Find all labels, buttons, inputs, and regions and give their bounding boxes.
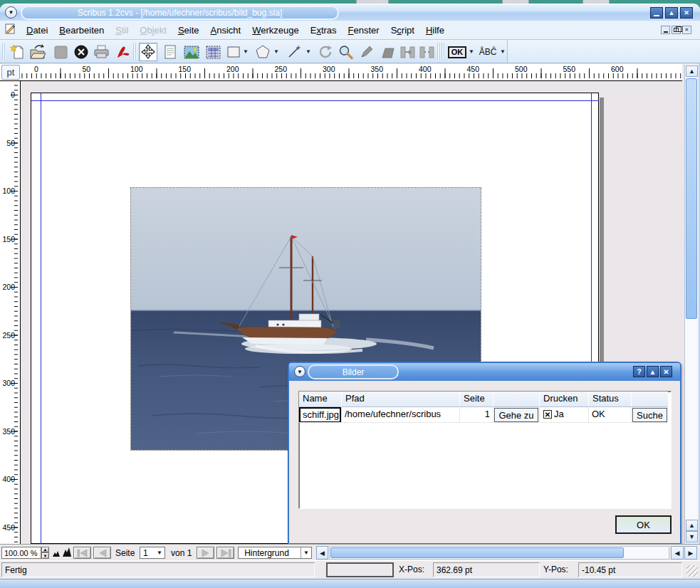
margin-guide-top xyxy=(31,100,599,101)
close-button[interactable]: ✕ xyxy=(680,7,693,19)
horizontal-scrollbar[interactable] xyxy=(329,546,669,560)
scroll-left-button[interactable]: ◀ xyxy=(316,546,328,560)
shape-dropdown-arrow[interactable]: ▼ xyxy=(243,48,249,55)
toolbar-handle[interactable] xyxy=(442,43,445,60)
bilder-dialog[interactable]: ▼ Bilder ? ▲ ✕ NamePfadSeiteDruckenStatu… xyxy=(288,362,681,545)
select-item-tool-active[interactable] xyxy=(139,43,157,61)
new-document-icon xyxy=(9,44,26,61)
page-number-combo[interactable]: 1 ▼ xyxy=(140,547,165,559)
vertical-scrollbar[interactable]: ▲ ▲ ▼ xyxy=(684,65,698,543)
v-ruler-label: 400 xyxy=(2,475,15,483)
xpos-value: 362.69 pt xyxy=(433,562,540,577)
magnifier-icon xyxy=(338,44,354,61)
close-document-button[interactable] xyxy=(72,43,90,61)
goto-button[interactable]: Gehe zu xyxy=(494,408,538,422)
dialog-title-bar[interactable]: ▼ Bilder ? ▲ ✕ xyxy=(289,363,680,381)
link-frames-icon xyxy=(399,45,416,60)
scroll-up-button-bottom[interactable]: ▲ xyxy=(686,520,698,531)
menu-extras[interactable]: Extras xyxy=(305,22,343,38)
selected-cell[interactable]: schiff.jpg xyxy=(299,407,341,423)
insert-polygon-tool[interactable] xyxy=(254,43,272,61)
column-header-Status: Status xyxy=(589,392,632,407)
scribus-window: { "window": { "title": "Scribus 1.2cvs -… xyxy=(0,0,700,588)
print-button[interactable] xyxy=(92,43,110,61)
mdi-minimize-button[interactable] xyxy=(661,26,670,34)
insert-image-frame-tool[interactable] xyxy=(182,43,201,61)
dialog-menu-button[interactable]: ▼ xyxy=(294,366,305,377)
table-row[interactable]: schiff.jpg /home/ufechner/scribus 1 Gehe… xyxy=(299,407,671,423)
cell-name[interactable]: schiff.jpg xyxy=(299,407,342,423)
minimize-button[interactable] xyxy=(650,7,663,19)
dialog-title: Bilder xyxy=(308,364,399,379)
zoom-out-button[interactable] xyxy=(52,548,61,560)
zoom-in-button[interactable] xyxy=(62,547,72,560)
pdf-text-field-tool[interactable]: ÅBĈ xyxy=(476,43,500,61)
pdf-button-dropdown-arrow[interactable]: ▼ xyxy=(469,48,474,55)
export-pdf-button[interactable] xyxy=(113,43,132,61)
mdi-close-button[interactable]: ✕ xyxy=(682,26,691,34)
column-header-Drucken: Drucken xyxy=(540,392,589,407)
scroll-down-button[interactable]: ▼ xyxy=(686,531,698,542)
shade-button[interactable]: ▲ xyxy=(665,7,678,19)
move-arrows-icon xyxy=(140,44,156,60)
zoom-spin-down[interactable]: ▼ xyxy=(41,552,49,559)
cell-goto[interactable]: Gehe zu xyxy=(493,407,540,423)
open-document-button[interactable] xyxy=(28,43,47,61)
printer-icon xyxy=(93,44,110,60)
line-dropdown-arrow[interactable]: ▼ xyxy=(305,48,311,55)
vertical-scrollbar-thumb[interactable] xyxy=(686,78,697,319)
insert-text-frame-tool[interactable] xyxy=(161,43,179,61)
cell-path[interactable]: /home/ufechner/scribus xyxy=(342,407,460,423)
print-checkbox-label: Ja xyxy=(554,409,564,422)
menu-ansicht[interactable]: Ansicht xyxy=(205,22,247,38)
window-menu-button[interactable]: ▼ xyxy=(5,6,17,19)
layer-combo[interactable]: Hintergrund ▼ xyxy=(238,547,312,559)
title-bar[interactable]: ▼ Scribus 1.2cvs - [/home/ufechner/scrib… xyxy=(0,4,700,21)
zoom-spinner[interactable]: ▲ ▼ xyxy=(41,547,49,559)
new-document-button[interactable] xyxy=(8,43,26,61)
dialog-close-button[interactable]: ✕ xyxy=(660,366,672,377)
pdf-field-dropdown-arrow[interactable]: ▼ xyxy=(500,48,506,55)
dialog-ok-button[interactable]: OK xyxy=(615,515,672,534)
cell-print[interactable]: ✕ Ja xyxy=(540,407,589,423)
insert-table-tool[interactable] xyxy=(204,43,222,61)
cell-page[interactable]: 1 xyxy=(460,407,493,423)
menu-bar: DateiBearbeitenStilObjektSeiteAnsichtWer… xyxy=(0,21,700,40)
insert-shape-tool[interactable] xyxy=(224,43,243,61)
menu-fenster[interactable]: Fenster xyxy=(343,22,385,38)
zoom-spin-up[interactable]: ▲ xyxy=(41,547,49,552)
status-bar: Fertig X-Pos: 362.69 pt Y-Pos: -10.45 pt xyxy=(0,560,700,579)
dialog-shade-button[interactable]: ▲ xyxy=(647,366,659,377)
search-button[interactable]: Suche xyxy=(632,408,667,422)
menu-seite[interactable]: Seite xyxy=(172,22,205,38)
cell-search[interactable]: Suche xyxy=(632,407,668,423)
scroll-left-button-right[interactable]: ◀ xyxy=(671,546,684,560)
horizontal-ruler[interactable]: 050100150200250300350400450500550600 xyxy=(0,64,682,81)
help-icon: ? xyxy=(637,368,641,376)
v-ruler-label: 300 xyxy=(2,379,15,387)
menu-script[interactable]: Script xyxy=(385,22,420,38)
menu-datei[interactable]: Datei xyxy=(21,22,53,38)
menu-hilfe[interactable]: Hilfe xyxy=(420,22,450,38)
dialog-help-button[interactable]: ? xyxy=(633,366,645,377)
images-table[interactable]: NamePfadSeiteDruckenStatus schiff.jpg /h… xyxy=(298,391,672,509)
zoom-level-input[interactable]: 100.00 % xyxy=(1,547,41,559)
print-checkbox[interactable]: ✕ xyxy=(543,410,552,419)
horizontal-scrollbar-thumb[interactable] xyxy=(330,547,624,558)
scroll-up-button[interactable]: ▲ xyxy=(686,65,698,77)
v-ruler-label: 450 xyxy=(2,523,15,532)
insert-line-tool[interactable] xyxy=(285,43,303,61)
pdf-push-button-tool[interactable]: OK xyxy=(446,43,468,61)
menu-bearbeiten[interactable]: Bearbeiten xyxy=(53,22,110,38)
polygon-dropdown-arrow[interactable]: ▼ xyxy=(273,48,279,55)
pdf-ok-icon: OK xyxy=(448,46,467,58)
mdi-restore-button[interactable] xyxy=(672,26,681,34)
resize-grip[interactable] xyxy=(686,565,698,577)
scroll-right-button[interactable]: ▶ xyxy=(684,546,697,560)
ruler-unit-button[interactable]: pt xyxy=(1,65,20,80)
menu-werkzeuge[interactable]: Werkzeuge xyxy=(246,22,305,38)
toolbar-handle[interactable] xyxy=(2,43,6,60)
zoom-tool[interactable] xyxy=(336,43,355,61)
next-page-button-disabled xyxy=(197,547,214,559)
vertical-ruler[interactable]: 050100150200250300350400450 xyxy=(0,81,21,544)
